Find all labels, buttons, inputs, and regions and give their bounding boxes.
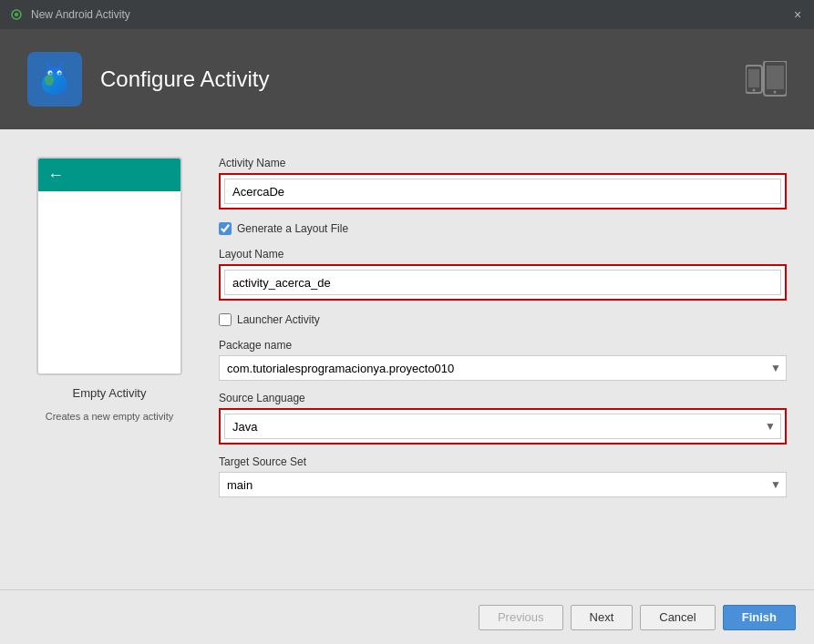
source-language-group: Source Language Java Kotlin ▼ xyxy=(219,392,787,445)
back-arrow-icon: ← xyxy=(47,166,64,185)
app-logo xyxy=(27,52,82,107)
next-button[interactable]: Next xyxy=(571,605,634,630)
footer: Previous Next Cancel Finish xyxy=(0,589,814,644)
source-language-label: Source Language xyxy=(219,392,787,404)
activity-name-group: Activity Name xyxy=(219,157,787,210)
activity-name-bordered xyxy=(219,173,787,210)
phone-preview: ← xyxy=(36,157,182,375)
target-source-set-select-wrapper: main ▼ xyxy=(219,472,787,497)
svg-point-2 xyxy=(15,13,18,16)
activity-description: Creates a new empty activity xyxy=(46,411,174,422)
header: Configure Activity xyxy=(0,29,814,129)
activity-name-label: Activity Name xyxy=(219,157,787,169)
svg-point-13 xyxy=(42,73,67,95)
phone-top-bar: ← xyxy=(38,158,180,191)
header-left: Configure Activity xyxy=(27,52,269,107)
generate-layout-row: Generate a Layout File xyxy=(219,222,787,235)
left-panel: ← Empty Activity Creates a new empty act… xyxy=(27,157,191,571)
package-name-select[interactable]: com.tutorialesprogramacionya.proyecto010 xyxy=(219,355,787,381)
target-source-set-group: Target Source Set main ▼ xyxy=(219,455,787,497)
cancel-button[interactable]: Cancel xyxy=(640,605,715,630)
generate-layout-checkbox[interactable] xyxy=(219,222,232,235)
layout-name-input[interactable] xyxy=(224,270,781,295)
layout-name-bordered xyxy=(219,264,787,301)
device-icon-svg xyxy=(746,61,787,97)
target-source-set-select[interactable]: main xyxy=(219,472,787,497)
svg-point-10 xyxy=(46,62,49,65)
title-bar-text: New Android Activity xyxy=(31,8,130,21)
svg-rect-19 xyxy=(767,66,784,89)
package-name-group: Package name com.tutorialesprogramaciony… xyxy=(219,339,787,381)
svg-point-20 xyxy=(774,91,777,94)
logo-svg xyxy=(32,56,77,102)
main-content: ← Empty Activity Creates a new empty act… xyxy=(0,129,814,589)
package-name-label: Package name xyxy=(219,339,787,352)
source-language-bordered: Java Kotlin ▼ xyxy=(219,408,787,445)
layout-name-label: Layout Name xyxy=(219,248,787,261)
target-source-set-label: Target Source Set xyxy=(219,455,787,468)
title-bar: New Android Activity × xyxy=(0,0,814,29)
close-button[interactable]: × xyxy=(790,7,805,22)
svg-rect-16 xyxy=(748,69,759,87)
finish-button[interactable]: Finish xyxy=(723,605,796,630)
layout-name-group: Layout Name xyxy=(219,248,787,301)
activity-name-input[interactable] xyxy=(224,179,781,204)
svg-point-14 xyxy=(45,75,54,86)
source-language-select[interactable]: Java Kotlin xyxy=(224,414,781,439)
device-icons xyxy=(746,61,787,97)
launcher-activity-row: Launcher Activity xyxy=(219,313,787,326)
activity-type-label: Empty Activity xyxy=(73,386,147,400)
header-title: Configure Activity xyxy=(100,66,269,92)
right-panel: Activity Name Generate a Layout File Lay… xyxy=(219,157,787,571)
launcher-activity-checkbox[interactable] xyxy=(219,313,232,326)
package-name-select-wrapper: com.tutorialesprogramacionya.proyecto010… xyxy=(219,355,787,381)
generate-layout-label: Generate a Layout File xyxy=(237,222,348,235)
svg-point-17 xyxy=(753,89,756,92)
source-language-select-wrapper: Java Kotlin ▼ xyxy=(224,414,781,439)
phone-content xyxy=(38,191,180,375)
svg-point-12 xyxy=(61,62,64,65)
launcher-activity-label: Launcher Activity xyxy=(237,313,320,326)
previous-button[interactable]: Previous xyxy=(479,605,563,630)
android-studio-icon xyxy=(9,7,24,22)
title-bar-left: New Android Activity xyxy=(9,7,130,22)
